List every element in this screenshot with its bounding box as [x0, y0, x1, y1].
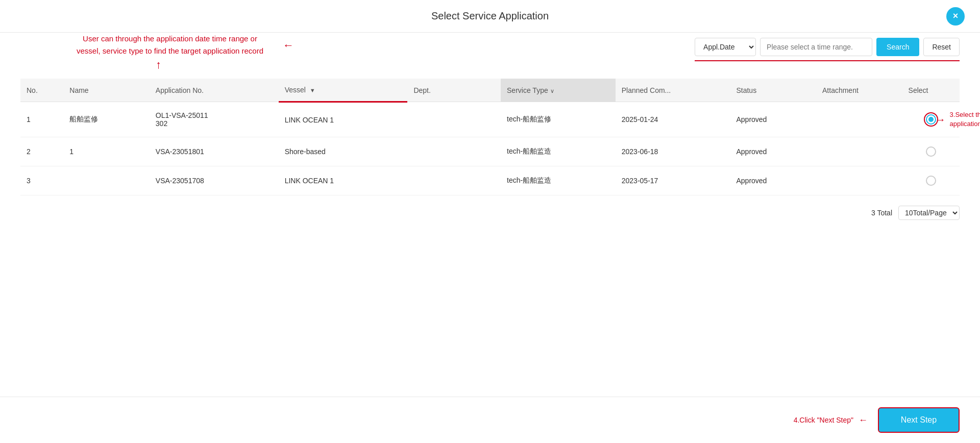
- radio-unselected-icon[interactable]: [926, 176, 936, 186]
- modal-title: Select Service Application: [431, 10, 549, 22]
- modal-body: User can through the application date ti…: [0, 33, 980, 397]
- cell-dept: [407, 166, 501, 195]
- vessel-sort-icon: ▼: [310, 87, 315, 93]
- cell-attachment: [816, 102, 902, 137]
- hint-arrow-right-icon: ←: [283, 39, 294, 52]
- pagination-row: 3 Total 10Total/Page 20Total/Page 50Tota…: [20, 195, 960, 230]
- footer-annotation: 4.Click "Next Step" ←: [794, 415, 868, 426]
- cell-select[interactable]: [902, 137, 960, 166]
- radio-selected-icon[interactable]: [926, 114, 936, 125]
- modal-footer: 4.Click "Next Step" ← Next Step: [0, 397, 980, 443]
- data-table: No. Name Application No. Vessel ▼ Dept. …: [20, 79, 960, 195]
- cell-vessel: LINK OCEAN 1: [279, 102, 408, 137]
- cell-vessel: Shore-based: [279, 137, 408, 166]
- footer-arrow-icon: ←: [859, 415, 868, 426]
- radio-wrapper-2[interactable]: [909, 146, 953, 157]
- cell-service: tech-船舶监造: [501, 166, 616, 195]
- annotation-text: 3.Select the targetapplication record: [950, 110, 980, 129]
- cell-status: Approved: [730, 166, 816, 195]
- col-header-service-type[interactable]: Service Type ∨: [501, 79, 616, 102]
- cell-vessel: LINK OCEAN 1: [279, 166, 408, 195]
- col-header-no: No.: [20, 79, 63, 102]
- cell-planned: 2023-06-18: [616, 137, 730, 166]
- table-row: 3 VSA-23051708 LINK OCEAN 1 tech-船舶监造 20…: [20, 166, 960, 195]
- hint-block: User can through the application date ti…: [77, 33, 263, 57]
- cell-name: [63, 166, 150, 195]
- cell-appno: OL1-VSA-25011302: [150, 102, 279, 137]
- cell-name: 船舶监修: [63, 102, 150, 137]
- appl-date-select[interactable]: Appl.Date: [695, 38, 756, 56]
- col-header-dept: Dept.: [407, 79, 501, 102]
- cell-select[interactable]: [902, 166, 960, 195]
- table-row: 1 船舶监修 OL1-VSA-25011302 LINK OCEAN 1 tec…: [20, 102, 960, 137]
- footer-annotation-text: 4.Click "Next Step": [794, 416, 853, 424]
- cell-status: Approved: [730, 102, 816, 137]
- col-header-status: Status: [730, 79, 816, 102]
- table-container: No. Name Application No. Vessel ▼ Dept. …: [20, 79, 960, 195]
- cell-service: tech-船舶监修: [501, 102, 616, 137]
- table-header-row: No. Name Application No. Vessel ▼ Dept. …: [20, 79, 960, 102]
- table-row: 2 1 VSA-23051801 Shore-based tech-船舶监造 2…: [20, 137, 960, 166]
- service-type-chevron-icon: ∨: [550, 88, 554, 94]
- reset-button[interactable]: Reset: [923, 38, 960, 56]
- cell-appno: VSA-23051708: [150, 166, 279, 195]
- col-header-name: Name: [63, 79, 150, 102]
- hint-text: User can through the application date ti…: [77, 33, 263, 57]
- select-annotation: → 3.Select the targetapplication record: [936, 110, 980, 129]
- next-step-button[interactable]: Next Step: [878, 407, 960, 433]
- col-header-vessel[interactable]: Vessel ▼: [279, 79, 408, 102]
- cell-planned: 2023-05-17: [616, 166, 730, 195]
- cell-dept: [407, 102, 501, 137]
- radio-unselected-icon[interactable]: [926, 146, 936, 157]
- cell-service: tech-船舶监造: [501, 137, 616, 166]
- cell-name: 1: [63, 137, 150, 166]
- total-label: 3 Total: [871, 209, 892, 217]
- search-section: User can through the application date ti…: [20, 33, 960, 73]
- search-controls: Appl.Date Search Reset: [695, 38, 960, 61]
- table-body: 1 船舶监修 OL1-VSA-25011302 LINK OCEAN 1 tec…: [20, 102, 960, 195]
- col-header-planned: Planned Com...: [616, 79, 730, 102]
- time-range-input[interactable]: [760, 38, 872, 56]
- cell-no: 1: [20, 102, 63, 137]
- modal-container: Select Service Application × User can th…: [0, 0, 980, 443]
- cell-attachment: [816, 166, 902, 195]
- annotation-arrow-icon: →: [936, 114, 946, 126]
- cell-no: 3: [20, 166, 63, 195]
- cell-status: Approved: [730, 137, 816, 166]
- close-button[interactable]: ×: [946, 7, 965, 26]
- cell-no: 2: [20, 137, 63, 166]
- search-button[interactable]: Search: [876, 38, 919, 56]
- cell-select[interactable]: → 3.Select the targetapplication record: [902, 102, 960, 137]
- col-header-attachment: Attachment: [816, 79, 902, 102]
- radio-wrapper-3[interactable]: [909, 176, 953, 186]
- cell-planned: 2025-01-24: [616, 102, 730, 137]
- cell-appno: VSA-23051801: [150, 137, 279, 166]
- modal-header: Select Service Application ×: [0, 0, 980, 33]
- per-page-select[interactable]: 10Total/Page 20Total/Page 50Total/Page: [898, 206, 960, 220]
- cell-dept: [407, 137, 501, 166]
- col-header-appno: Application No.: [150, 79, 279, 102]
- cell-attachment: [816, 137, 902, 166]
- col-header-select: Select: [902, 79, 960, 102]
- hint-arrow-down-icon: ↑: [156, 59, 161, 70]
